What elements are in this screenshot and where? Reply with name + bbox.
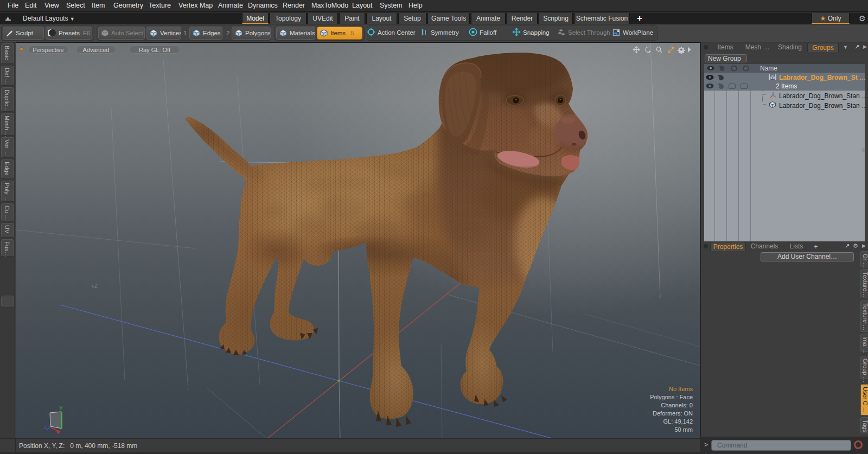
svg-text:Y: Y bbox=[59, 406, 63, 412]
svg-text:Z: Z bbox=[44, 425, 47, 430]
svg-text:+Z: +Z bbox=[91, 283, 98, 289]
